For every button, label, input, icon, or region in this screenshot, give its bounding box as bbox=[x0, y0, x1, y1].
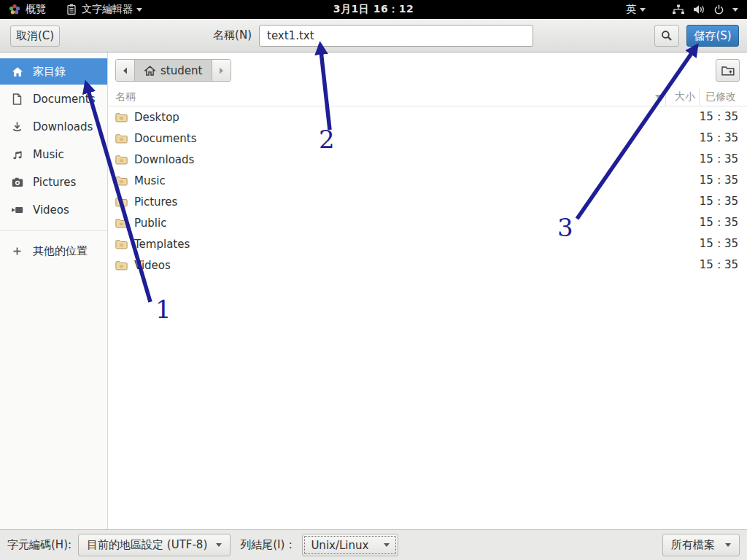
sidebar-item-music[interactable]: Music bbox=[0, 141, 107, 168]
file-row-public[interactable]: Public 15：35 bbox=[108, 212, 747, 233]
sidebar-item-label: 其他的位置 bbox=[33, 244, 88, 258]
volume-icon[interactable] bbox=[693, 4, 705, 15]
sidebar-item-label: Downloads bbox=[33, 120, 93, 133]
input-source-label: 英 bbox=[626, 3, 636, 16]
path-back-button[interactable] bbox=[116, 60, 134, 81]
chevron-down-icon bbox=[136, 8, 142, 12]
file-name: Documents bbox=[134, 132, 197, 145]
file-filter-value: 所有檔案 bbox=[671, 538, 715, 552]
encoding-dropdown[interactable]: 目前的地區設定 (UTF-8) bbox=[78, 534, 231, 556]
file-modified: 15：35 bbox=[700, 258, 738, 272]
sidebar-item-downloads[interactable]: Downloads bbox=[0, 113, 107, 141]
places-sidebar: 家目錄 Documents Downloads bbox=[0, 52, 108, 529]
search-icon bbox=[661, 30, 673, 42]
sidebar-item-pictures[interactable]: Pictures bbox=[0, 168, 107, 196]
file-row-music[interactable]: Music 15：35 bbox=[108, 170, 747, 191]
chevron-left-icon bbox=[123, 67, 128, 74]
file-name: Music bbox=[134, 174, 166, 187]
new-folder-button[interactable] bbox=[716, 59, 740, 82]
folder-icon bbox=[115, 260, 128, 271]
file-row-pictures[interactable]: Pictures 15：35 bbox=[108, 191, 747, 212]
sidebar-item-documents[interactable]: Documents bbox=[0, 85, 107, 113]
file-name: Templates bbox=[134, 238, 190, 251]
file-modified: 15：35 bbox=[700, 216, 738, 230]
path-breadcrumb: student bbox=[115, 59, 231, 82]
activities-button[interactable]: 概覽 bbox=[26, 3, 46, 16]
document-icon bbox=[11, 93, 23, 105]
file-modified: 15：35 bbox=[700, 110, 738, 124]
save-dialog-headerbar: 取消(C) 名稱(N) 儲存(S) bbox=[0, 19, 747, 52]
file-row-videos[interactable]: Videos 15：35 bbox=[108, 254, 747, 276]
chevron-down-icon bbox=[725, 543, 731, 547]
file-list-panel: student 名稱 bbox=[108, 52, 747, 529]
file-modified: 15：35 bbox=[700, 195, 738, 209]
search-button[interactable] bbox=[654, 25, 679, 47]
file-modified: 15：35 bbox=[700, 237, 738, 251]
sidebar-item-label: Music bbox=[33, 148, 64, 161]
encoding-value: 目前的地區設定 (UTF-8) bbox=[87, 538, 207, 552]
sidebar-item-other-locations[interactable]: 其他的位置 bbox=[0, 237, 107, 265]
encoding-label: 字元編碼(H): bbox=[7, 538, 71, 552]
sidebar-item-label: Documents bbox=[33, 93, 96, 106]
music-icon bbox=[11, 149, 23, 160]
filename-label: 名稱(N) bbox=[168, 19, 252, 52]
sort-indicator bbox=[651, 88, 665, 106]
file-list: Desktop 15：35 Documents 15：35 Downloads … bbox=[108, 106, 747, 276]
folder-icon bbox=[115, 133, 128, 144]
network-icon[interactable] bbox=[672, 4, 685, 15]
home-icon bbox=[11, 66, 23, 77]
sidebar-item-label: 家目錄 bbox=[33, 65, 66, 79]
sidebar-item-label: Videos bbox=[33, 203, 69, 217]
file-name: Videos bbox=[134, 259, 171, 272]
gnome-top-bar: 概覽 文字編輯器 3月1日 16：12 英 bbox=[0, 0, 747, 19]
column-header-modified[interactable]: 已修改 bbox=[699, 88, 747, 106]
file-row-templates[interactable]: Templates 15：35 bbox=[108, 233, 747, 254]
plus-icon bbox=[11, 246, 23, 256]
line-ending-label: 列結尾(I)： bbox=[240, 538, 295, 552]
power-icon[interactable] bbox=[713, 4, 724, 15]
line-ending-dropdown[interactable]: Unix/Linux bbox=[302, 534, 398, 556]
file-modified: 15：35 bbox=[700, 131, 738, 145]
file-modified: 15：35 bbox=[700, 152, 738, 166]
folder-icon bbox=[115, 218, 128, 228]
sidebar-separator bbox=[0, 230, 107, 231]
sidebar-item-videos[interactable]: Videos bbox=[0, 196, 107, 224]
column-header-size[interactable]: 大小 bbox=[665, 88, 699, 106]
file-row-downloads[interactable]: Downloads 15：35 bbox=[108, 149, 747, 170]
applications-logo-icon bbox=[9, 4, 20, 15]
folder-icon bbox=[115, 155, 128, 165]
dialog-statusbar: 字元編碼(H): 目前的地區設定 (UTF-8) 列結尾(I)： Unix/Li… bbox=[0, 529, 747, 560]
line-ending-value: Unix/Linux bbox=[311, 539, 368, 552]
input-source-indicator[interactable]: 英 bbox=[626, 3, 646, 16]
folder-icon bbox=[115, 239, 128, 249]
pathbar-row: student bbox=[108, 52, 747, 88]
chevron-down-icon bbox=[640, 8, 646, 12]
app-menu-label: 文字編輯器 bbox=[82, 3, 133, 16]
new-folder-icon bbox=[721, 65, 735, 76]
file-filter-dropdown[interactable]: 所有檔案 bbox=[662, 534, 740, 556]
list-column-headers: 名稱 大小 已修改 bbox=[108, 88, 747, 106]
video-camera-icon bbox=[11, 206, 23, 214]
chevron-down-icon[interactable] bbox=[732, 8, 738, 12]
file-name: Public bbox=[134, 217, 166, 230]
text-editor-icon bbox=[66, 4, 77, 15]
path-forward-button[interactable] bbox=[212, 60, 231, 81]
file-chooser-body: 家目錄 Documents Downloads bbox=[0, 52, 747, 529]
file-row-documents[interactable]: Documents 15：35 bbox=[108, 128, 747, 149]
sidebar-item-home[interactable]: 家目錄 bbox=[0, 58, 107, 85]
cancel-button[interactable]: 取消(C) bbox=[10, 26, 60, 47]
path-segment-home[interactable]: student bbox=[134, 60, 212, 81]
folder-icon bbox=[115, 197, 128, 207]
column-header-name[interactable]: 名稱 bbox=[115, 88, 651, 106]
folder-icon bbox=[115, 176, 128, 186]
filename-input[interactable] bbox=[259, 25, 533, 47]
file-modified: 15：35 bbox=[700, 174, 738, 187]
file-name: Desktop bbox=[134, 111, 179, 124]
sort-descending-icon bbox=[655, 95, 661, 98]
save-button[interactable]: 儲存(S) bbox=[686, 25, 739, 47]
file-row-desktop[interactable]: Desktop 15：35 bbox=[108, 106, 747, 128]
sidebar-item-label: Pictures bbox=[33, 176, 76, 189]
camera-icon bbox=[11, 177, 23, 187]
folder-icon bbox=[115, 112, 128, 122]
app-menu-button[interactable]: 文字編輯器 bbox=[82, 3, 142, 16]
